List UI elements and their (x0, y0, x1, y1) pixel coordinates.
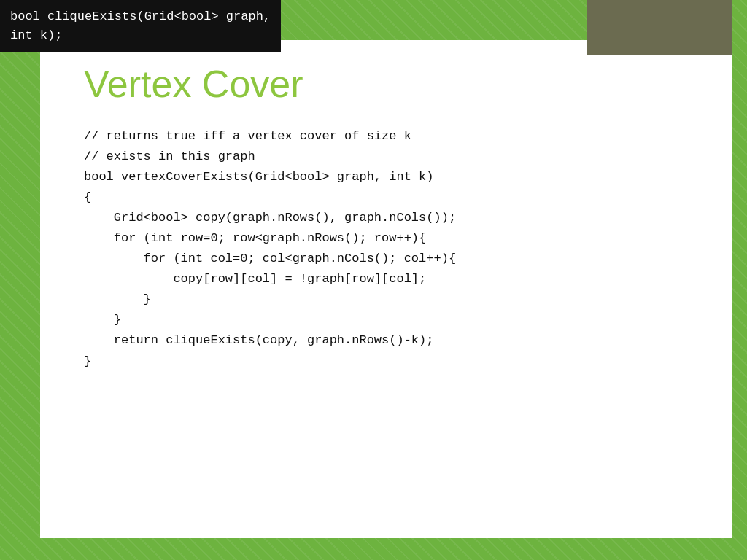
main-slide: Vertex Cover // returns true iff a verte… (40, 40, 732, 538)
slide-title: Vertex Cover (84, 62, 696, 106)
top-left-code-snippet: bool cliqueExists(Grid<bool> graph, int … (0, 0, 281, 52)
code-block: // returns true iff a vertex cover of si… (84, 126, 696, 372)
top-right-decoration (587, 0, 732, 55)
